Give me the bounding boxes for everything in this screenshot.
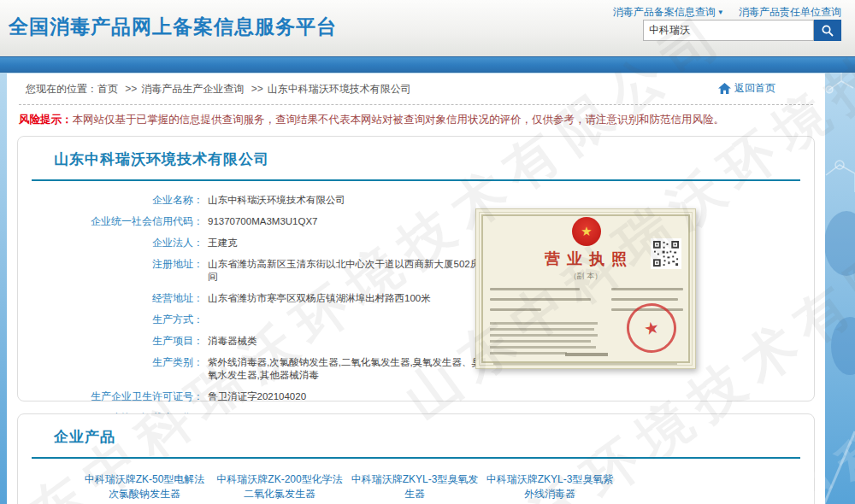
risk-notice: 风险提示：本网站仅基于已掌握的信息提供查询服务，查询结果不代表本网站对被查询对象… xyxy=(7,105,825,132)
business-license-image: ★ 营业执照 （副 本） xyxy=(475,208,696,369)
breadcrumb-separator: >> xyxy=(125,83,137,95)
breadcrumb: 您现在的位置：首页 >>消毒产品生产企业查询 >>山东中科瑞沃环境技术有限公司 xyxy=(7,73,825,103)
license-issuer-line xyxy=(565,353,608,356)
heading-underline xyxy=(32,179,800,181)
page-header: 全国消毒产品网上备案信息服务平台 消毒产品备案信息查询▼ 消毒产品责任单位查询 xyxy=(0,0,855,56)
nav-record-info-query[interactable]: 消毒产品备案信息查询▼ xyxy=(613,6,724,18)
qr-code-icon xyxy=(651,238,681,269)
license-text-left xyxy=(490,288,593,311)
main-content: 您现在的位置：首页 >>消毒产品生产企业查询 >>山东中科瑞沃环境技术有限公司 … xyxy=(7,73,825,504)
site-title: 全国消毒产品网上备案信息服务平台 xyxy=(9,14,337,40)
company-panel: 山东中科瑞沃环境技术有限公司 企业名称：山东中科瑞沃环境技术有限公司 企业统一社… xyxy=(17,136,815,401)
breadcrumb-home[interactable]: 首页 xyxy=(97,83,118,95)
back-home-link[interactable]: 返回首页 xyxy=(718,81,775,96)
license-scope-paragraph xyxy=(490,322,599,355)
search-input[interactable] xyxy=(643,20,814,41)
product-link-zk50[interactable]: 中科瑞沃牌ZK-50型电解法次氯酸钠发生器 xyxy=(80,472,209,501)
risk-notice-prefix: 风险提示： xyxy=(19,114,73,126)
heading-underline xyxy=(32,457,800,459)
license-footnote-line xyxy=(493,363,677,365)
breadcrumb-current: 山东中科瑞沃环境技术有限公司 xyxy=(268,83,411,95)
field-row-hygiene-license-no: 生产企业卫生许可证号：鲁卫消证字202104020 xyxy=(18,390,814,403)
search-button[interactable] xyxy=(814,20,841,41)
product-link-zk200[interactable]: 中科瑞沃牌ZK-200型化学法二氧化氯发生器 xyxy=(215,472,345,501)
breadcrumb-prefix: 您现在的位置： xyxy=(26,83,97,95)
nav-responsible-unit-query[interactable]: 消毒产品责任单位查询 xyxy=(739,6,841,18)
products-panel: 企业产品 中科瑞沃牌ZK-50型电解法次氯酸钠发生器 中科瑞沃牌ZK-200型化… xyxy=(17,413,815,504)
company-name-heading: 山东中科瑞沃环境技术有限公司 xyxy=(54,149,814,169)
magnifier-icon xyxy=(821,24,834,38)
risk-notice-text: 本网站仅基于已掌握的信息提供查询服务，查询结果不代表本网站对被查询对象信用状况的… xyxy=(73,114,725,126)
header-divider-band xyxy=(0,56,855,73)
license-copy-label: （副 本） xyxy=(476,271,695,282)
product-link-zkyl3-uv[interactable]: 中科瑞沃牌ZKYL-3型臭氧紫外线消毒器 xyxy=(485,472,615,501)
top-nav: 消毒产品备案信息查询▼ 消毒产品责任单位查询 xyxy=(601,5,841,20)
national-emblem-icon: ★ xyxy=(572,217,601,246)
house-icon xyxy=(718,83,731,95)
molecule-decoration xyxy=(824,73,855,504)
breadcrumb-separator: >> xyxy=(251,83,263,95)
field-row-company-name: 企业名称：山东中科瑞沃环境技术有限公司 xyxy=(18,194,814,207)
product-link-zkyl3-ozone[interactable]: 中科瑞沃牌ZKYL-3型臭氧发生器 xyxy=(350,472,480,501)
product-list: 中科瑞沃牌ZK-50型电解法次氯酸钠发生器 中科瑞沃牌ZK-200型化学法二氧化… xyxy=(80,472,814,501)
search-bar xyxy=(643,20,841,41)
breadcrumb-enterprise-query[interactable]: 消毒产品生产企业查询 xyxy=(141,83,244,95)
products-heading: 企业产品 xyxy=(54,427,814,447)
caret-down-icon: ▼ xyxy=(717,9,724,16)
